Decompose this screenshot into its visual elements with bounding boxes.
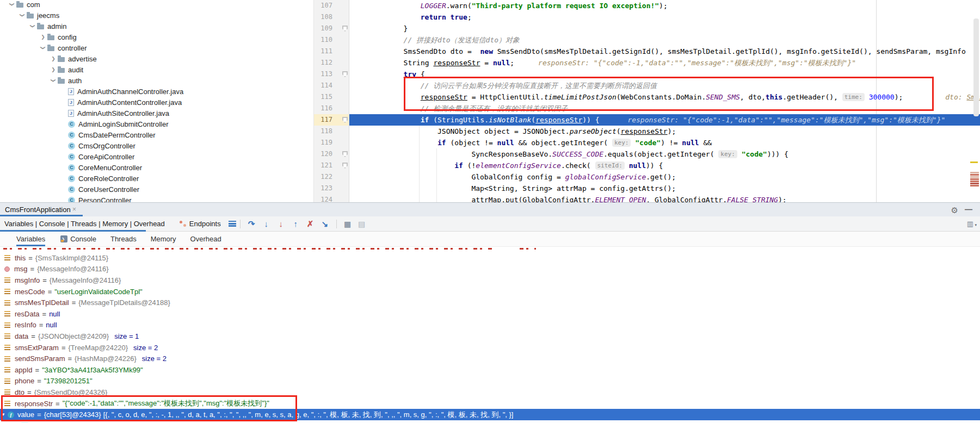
variable-row-msgInfo[interactable]: msgInfo={MessageInfo@24116} <box>0 275 980 286</box>
drop-frame-icon[interactable]: ✗ <box>303 219 318 229</box>
line-number[interactable]: 118 <box>317 126 332 137</box>
code-line-116[interactable]: // 检测余量是否还有，没有的话就关闭双因子 <box>349 103 980 114</box>
tree-item-admin[interactable]: ❯admin <box>0 21 305 32</box>
tree-item-audit[interactable]: ❯audit <box>0 64 305 75</box>
tree-item-corerolecontroller[interactable]: CCoreRoleController <box>0 173 305 184</box>
menu-icon[interactable] <box>229 221 236 227</box>
tree-item-auth[interactable]: ❯auth <box>0 75 305 86</box>
gear-icon[interactable]: ⚙ <box>951 203 958 217</box>
code-line-107[interactable]: LOGGER.warn("Third-party platform reques… <box>349 0 980 11</box>
code-line-115[interactable]: responseStr = HttpClientUtil.timeLimitPo… <box>349 91 980 103</box>
tree-item-adminauthcontentcontroller-java[interactable]: JAdminAuthContentController.java <box>0 97 305 108</box>
line-number[interactable]: 111 <box>317 46 332 57</box>
chevron-expanded-icon[interactable]: ❯ <box>20 11 25 20</box>
tab-console[interactable]: Console <box>60 232 96 246</box>
tab-variables-console-group[interactable]: Variables | Console | Threads | Memory |… <box>4 220 165 228</box>
tree-item-adminauthchannelcontroller-java[interactable]: JAdminAuthChannelController.java <box>0 86 305 97</box>
gutter-line-114[interactable]: 114 <box>314 80 349 91</box>
tree-item-controller[interactable]: ❯controller <box>0 42 305 53</box>
line-number[interactable]: 113 <box>317 69 332 80</box>
gutter-line-117[interactable]: 117 <box>314 114 349 126</box>
tree-item-coremenucontroller[interactable]: CCoreMenuController <box>0 162 305 173</box>
code-line-111[interactable]: SmsSendDto dto = new SmsSendDto(smsMesTp… <box>349 46 980 57</box>
gutter-line-115[interactable]: 115 <box>314 91 349 103</box>
variable-row-this[interactable]: this={SmsTaskImpl@24115} <box>0 252 980 264</box>
error-stripe-mark[interactable] <box>970 178 979 180</box>
code-line-123[interactable]: Map<String, String> attrMap = config.get… <box>349 183 980 194</box>
variable-row-sendSmsParam[interactable]: sendSmsParam={HashMap@24226}size = 2 <box>0 353 980 364</box>
layout-settings-icon[interactable]: ▤ <box>355 220 369 228</box>
variable-row-data[interactable]: data={JSONObject@24209}size = 1 <box>0 331 980 342</box>
line-number[interactable]: 123 <box>317 183 332 194</box>
gutter-line-116[interactable]: 116 <box>314 103 349 114</box>
tab-threads[interactable]: Threads <box>110 232 137 246</box>
gutter-line-109[interactable]: 109 <box>314 23 349 34</box>
gutter-line-111[interactable]: 111 <box>314 46 349 57</box>
step-out-icon[interactable]: ↑ <box>288 219 303 229</box>
code-line-124[interactable]: attrMap.put(GlobalConfigAttr.ELEMENT_OPE… <box>349 194 980 202</box>
variable-row-resData[interactable]: resData=null <box>0 308 980 320</box>
step-into-icon[interactable]: ↓ <box>259 219 274 229</box>
variable-row-msg[interactable]: msg={MessageInfo@24116} <box>0 264 980 275</box>
gutter-line-112[interactable]: 112 <box>314 57 349 69</box>
variable-row-value[interactable]: ▼fvalue={char[53]@24343}[{, ", c, o, d, … <box>0 409 980 420</box>
evaluate-expression-icon[interactable]: ▦ <box>341 220 355 228</box>
code-line-108[interactable]: return true; <box>349 11 980 23</box>
run-to-cursor-icon[interactable]: ↘ <box>318 219 332 229</box>
tab-endpoints[interactable]: Endpoints <box>189 220 221 228</box>
variable-row-mesCode[interactable]: mesCode="userLoginValidateCodeTpl" <box>0 286 980 297</box>
tab-overhead[interactable]: Overhead <box>190 232 221 246</box>
line-number[interactable]: 116 <box>317 103 332 114</box>
line-number[interactable]: 114 <box>317 80 332 91</box>
chevron-expanded-icon[interactable]: ❯ <box>9 0 15 9</box>
editor-scrollbar-thumb[interactable] <box>973 18 979 116</box>
gutter-line-110[interactable]: 110 <box>314 34 349 46</box>
tab-variables[interactable]: Variables <box>16 232 45 246</box>
line-number[interactable]: 112 <box>317 57 332 69</box>
fold-marker-icon[interactable] <box>342 163 348 169</box>
line-number[interactable]: 120 <box>317 148 332 160</box>
tree-item-advertise[interactable]: ❯advertise <box>0 53 305 64</box>
code-line-109[interactable]: } <box>349 23 980 34</box>
tree-item-config[interactable]: ❯config <box>0 32 305 42</box>
variable-row-0[interactable]: 010={ 123 <box>0 420 980 423</box>
variable-row-resInfo[interactable]: resInfo=null <box>0 320 980 331</box>
variable-row-dto[interactable]: dto={SmsSendDto@24326} <box>0 387 980 398</box>
tree-item-com[interactable]: ❯com <box>0 0 305 10</box>
error-stripe-mark[interactable] <box>970 174 979 176</box>
tree-item-adminloginsubmitcontroller[interactable]: CAdminLoginSubmitController <box>0 119 305 129</box>
code-line-113[interactable]: try { <box>349 69 980 80</box>
chevron-collapsed-icon[interactable]: ❯ <box>49 56 58 61</box>
code-line-122[interactable]: GlobalConfig config = globalConfigServic… <box>349 171 980 183</box>
tree-item-adminauthsitecontroller-java[interactable]: JAdminAuthSiteController.java <box>0 108 305 119</box>
gutter-line-113[interactable]: 113 <box>314 69 349 80</box>
tree-item-cmsorgcontroller[interactable]: CCmsOrgController <box>0 140 305 151</box>
fold-marker-icon[interactable] <box>342 71 348 77</box>
code-line-117[interactable]: if (StringUtils.isNotBlank(responseStr))… <box>349 114 980 126</box>
chevron-expanded-icon[interactable]: ❯ <box>51 76 56 85</box>
error-stripe-mark[interactable] <box>970 183 979 184</box>
chevron-expanded-icon[interactable]: ❯ <box>40 43 46 52</box>
tab-memory[interactable]: Memory <box>151 232 176 246</box>
gutter-line-122[interactable]: 122 <box>314 171 349 183</box>
code-line-110[interactable]: // 拼接好dto（发送短信dto）对象 <box>349 34 980 46</box>
code-line-121[interactable]: if (!elementConfigService.check( siteId:… <box>349 160 980 171</box>
tree-item-cmsdatepermcontroller[interactable]: CCmsDatePermController <box>0 129 305 140</box>
gutter-line-119[interactable]: 119 <box>314 137 349 148</box>
warning-stripe-mark[interactable] <box>970 161 978 163</box>
error-stripe-mark[interactable] <box>970 176 979 178</box>
line-number[interactable]: 117 <box>317 114 332 126</box>
chevron-collapsed-icon[interactable]: ❯ <box>49 67 58 72</box>
gutter-line-123[interactable]: 123 <box>314 183 349 194</box>
chevron-expanded-icon[interactable]: ❯ <box>30 22 35 30</box>
error-stripe-mark[interactable] <box>970 172 979 173</box>
step-over-icon[interactable]: ↷ <box>244 219 259 229</box>
force-step-into-icon[interactable]: ↓ <box>274 219 288 229</box>
gutter-line-108[interactable]: 108 <box>314 11 349 23</box>
error-stripe-mark[interactable] <box>970 185 979 186</box>
code-line-112[interactable]: String responseStr = null;responseStr: "… <box>349 57 980 69</box>
line-number[interactable]: 109 <box>317 23 332 34</box>
fold-marker-icon[interactable] <box>342 117 348 123</box>
code-line-120[interactable]: SyncResponseBaseVo.SUCCESS_CODE.equals(o… <box>349 148 980 160</box>
chevron-collapsed-icon[interactable]: ❯ <box>39 34 47 40</box>
